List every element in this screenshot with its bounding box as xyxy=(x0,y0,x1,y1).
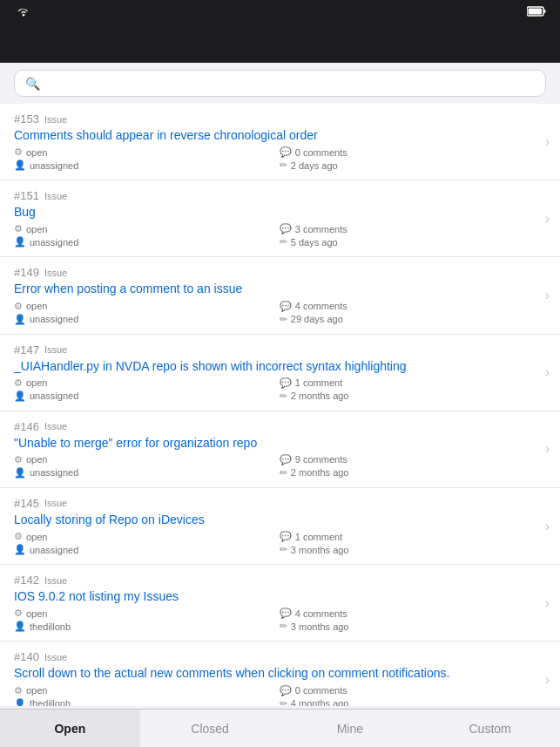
issue-type: Issue xyxy=(44,498,67,508)
comments-label: 4 comments xyxy=(295,301,347,311)
chevron-right-icon: › xyxy=(538,343,550,402)
issue-comments: 💬 4 comments xyxy=(280,608,538,619)
assignee-label: unassigned xyxy=(30,390,78,401)
issue-title: Comments should appear in reverse chrono… xyxy=(14,127,538,143)
issue-item[interactable]: #145 Issue Locally storing of Repo on iD… xyxy=(0,488,560,565)
updated-label: 4 months ago xyxy=(291,698,349,706)
issue-comments: 💬 4 comments xyxy=(280,301,538,312)
issue-item[interactable]: #147 Issue _UIAHandler.py in NVDA repo i… xyxy=(0,335,560,411)
issue-number: #153 xyxy=(14,112,39,126)
issue-updated: ✏ 5 days ago xyxy=(280,236,538,248)
search-bar: 🔍 xyxy=(14,70,546,97)
tab-mine[interactable]: Mine xyxy=(280,710,421,747)
comments-label: 1 comment xyxy=(295,377,342,388)
status-label: open xyxy=(26,608,47,619)
assignee-label: unassigned xyxy=(30,160,78,171)
comments-icon: 💬 xyxy=(280,454,292,465)
updated-label: 3 months ago xyxy=(291,545,349,555)
battery-icon xyxy=(527,6,546,19)
updated-label: 2 months ago xyxy=(291,467,349,478)
issue-meta: ⚙ open 💬 0 comments 👤 unassigned ✏ 2 day… xyxy=(14,146,538,171)
assignee-icon: 👤 xyxy=(14,314,26,325)
issue-type: Issue xyxy=(44,268,67,278)
chevron-right-icon: › xyxy=(538,497,550,555)
issue-meta: ⚙ open 💬 1 comment 👤 unassigned ✏ 2 mont… xyxy=(14,377,538,402)
comments-label: 0 comments xyxy=(295,685,347,696)
issue-assignee: 👤 unassigned xyxy=(14,544,273,555)
status-label: open xyxy=(26,147,47,158)
issue-number: #140 xyxy=(14,650,39,663)
comments-icon: 💬 xyxy=(280,608,292,619)
comments-label: 1 comment xyxy=(295,532,342,542)
chevron-right-icon: › xyxy=(538,189,550,248)
assignee-icon: 👤 xyxy=(14,621,26,632)
issue-status: ⚙ open xyxy=(14,377,273,389)
issue-status: ⚙ open xyxy=(14,223,273,234)
issue-title: Bug xyxy=(14,204,538,220)
search-icon: 🔍 xyxy=(25,77,40,91)
edit-icon: ✏ xyxy=(280,698,287,707)
issue-item[interactable]: #153 Issue Comments should appear in rev… xyxy=(0,104,560,180)
issue-type: Issue xyxy=(44,191,67,201)
issue-content: #140 Issue Scroll down to the actual new… xyxy=(14,650,538,706)
issue-assignee: 👤 unassigned xyxy=(14,160,273,171)
status-icon: ⚙ xyxy=(14,531,23,542)
issue-assignee: 👤 unassigned xyxy=(14,390,273,402)
assignee-icon: 👤 xyxy=(14,160,26,171)
issue-item[interactable]: #142 Issue IOS 9.0.2 not listing my Issu… xyxy=(0,565,560,642)
comments-icon: 💬 xyxy=(280,301,292,312)
tab-custom[interactable]: Custom xyxy=(420,710,560,747)
issue-content: #151 Issue Bug ⚙ open 💬 3 comments 👤 una… xyxy=(14,189,538,248)
assignee-label: unassigned xyxy=(30,545,78,555)
issue-number: #149 xyxy=(14,266,39,279)
issue-content: #153 Issue Comments should appear in rev… xyxy=(14,112,538,171)
issue-number: #145 xyxy=(14,497,39,510)
tab-open[interactable]: Open xyxy=(0,710,140,747)
tab-closed[interactable]: Closed xyxy=(140,710,280,747)
chevron-right-icon: › xyxy=(538,112,550,171)
issue-updated: ✏ 29 days ago xyxy=(280,314,538,325)
wifi-icon xyxy=(17,6,30,19)
assignee-icon: 👤 xyxy=(14,698,26,707)
issue-status: ⚙ open xyxy=(14,454,273,465)
issue-type: Issue xyxy=(44,114,67,125)
issue-updated: ✏ 3 months ago xyxy=(280,544,538,555)
status-bar xyxy=(0,0,560,24)
issue-title: IOS 9.0.2 not listing my Issues xyxy=(14,588,538,604)
issue-updated: ✏ 2 days ago xyxy=(280,160,538,171)
issue-meta: ⚙ open 💬 4 comments 👤 thedillonb ✏ 3 mon… xyxy=(14,608,538,632)
issue-status: ⚙ open xyxy=(14,301,273,312)
chevron-right-icon: › xyxy=(538,650,550,706)
issue-meta: ⚙ open 💬 9 comments 👤 unassigned ✏ 2 mon… xyxy=(14,454,538,479)
issue-comments: 💬 0 comments xyxy=(280,146,538,158)
issue-item[interactable]: #149 Issue Error when posting a comment … xyxy=(0,257,560,334)
updated-label: 29 days ago xyxy=(291,314,343,324)
status-label: open xyxy=(26,532,47,542)
search-bar-container: 🔍 xyxy=(0,63,560,104)
issues-list: #153 Issue Comments should appear in rev… xyxy=(0,104,560,706)
issue-item[interactable]: #151 Issue Bug ⚙ open 💬 3 comments 👤 una… xyxy=(0,180,560,257)
issue-item[interactable]: #140 Issue Scroll down to the actual new… xyxy=(0,642,560,706)
issue-meta: ⚙ open 💬 0 comments 👤 thedillonb ✏ 4 mon… xyxy=(14,685,538,707)
status-label: open xyxy=(26,224,47,234)
updated-label: 2 months ago xyxy=(291,390,349,401)
issue-item[interactable]: #146 Issue "Unable to merge" error for o… xyxy=(0,411,560,488)
issue-status: ⚙ open xyxy=(14,685,273,696)
comments-label: 0 comments xyxy=(295,147,347,158)
status-icon: ⚙ xyxy=(14,301,23,312)
assignee-label: unassigned xyxy=(30,314,78,324)
issue-status: ⚙ open xyxy=(14,608,273,619)
edit-icon: ✏ xyxy=(280,467,287,479)
search-input[interactable] xyxy=(45,76,535,91)
updated-label: 2 days ago xyxy=(291,160,338,171)
status-icon: ⚙ xyxy=(14,685,23,696)
issue-status: ⚙ open xyxy=(14,146,273,158)
issue-content: #146 Issue "Unable to merge" error for o… xyxy=(14,420,538,479)
assignee-label: unassigned xyxy=(30,237,78,248)
issue-content: #142 Issue IOS 9.0.2 not listing my Issu… xyxy=(14,574,538,632)
edit-icon: ✏ xyxy=(280,236,287,248)
assignee-icon: 👤 xyxy=(14,544,26,555)
chevron-right-icon: › xyxy=(538,574,550,632)
status-label: open xyxy=(26,685,47,696)
issue-type: Issue xyxy=(44,344,67,355)
